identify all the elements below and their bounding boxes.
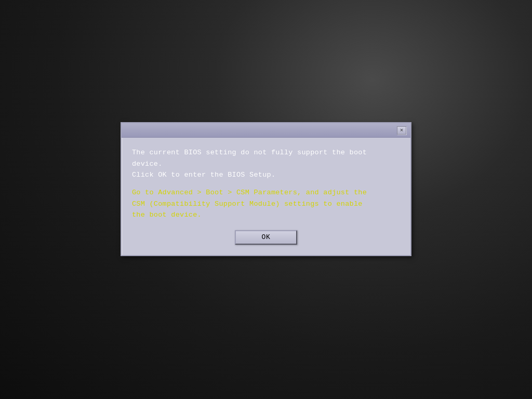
yellow-line-3: the boot device. [132,211,202,219]
white-message: The current BIOS setting do not fully su… [132,147,400,181]
yellow-line-1: Go to Advanced > Boot > CSM Parameters, … [132,189,367,196]
title-bar: × [122,123,410,138]
white-line-3: Click OK to enter the BIOS Setup. [132,171,275,179]
yellow-message: Go to Advanced > Boot > CSM Parameters, … [132,187,400,221]
button-row: OK [132,230,400,247]
dialog-content: The current BIOS setting do not fully su… [122,138,410,255]
yellow-line-2: CSM (Compatibility Support Module) setti… [132,200,363,208]
dialog-box: × The current BIOS setting do not fully … [121,122,411,256]
white-line-1: The current BIOS setting do not fully su… [132,149,367,156]
close-button[interactable]: × [397,126,406,135]
white-line-2: device. [132,160,163,168]
bios-dialog: × The current BIOS setting do not fully … [121,122,411,256]
ok-button[interactable]: OK [235,230,297,245]
